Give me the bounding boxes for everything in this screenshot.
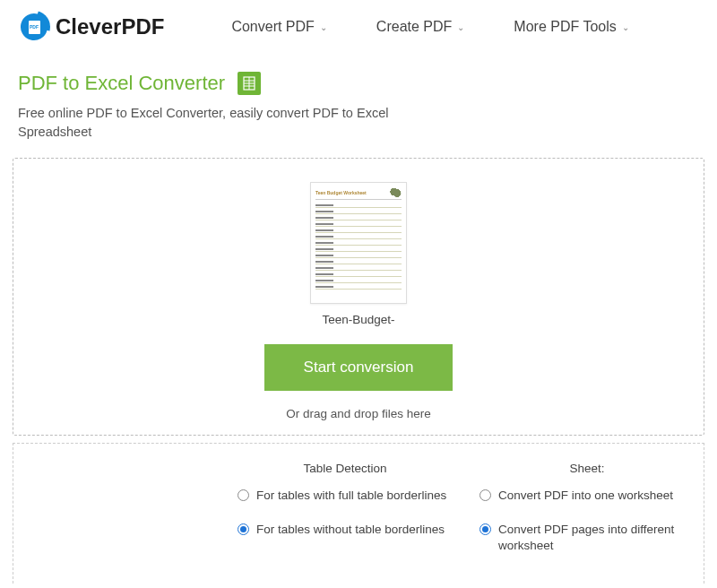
drag-hint: Or drag and drop files here [31, 407, 686, 426]
radio-label: Convert PDF pages into different workshe… [498, 522, 695, 554]
nav-label: Convert PDF [231, 19, 314, 35]
page-title-row: PDF to Excel Converter [0, 59, 717, 100]
nav-label: More PDF Tools [514, 19, 616, 35]
file-name: Teen-Budget- [31, 313, 686, 326]
sheet-group: Sheet: Convert PDF into one worksheet Co… [479, 462, 695, 573]
nav-convert-pdf[interactable]: Convert PDF ⌄ [231, 19, 326, 35]
nav-label: Create PDF [376, 19, 452, 35]
chevron-down-icon: ⌄ [622, 22, 629, 32]
excel-icon [238, 72, 261, 95]
nav: Convert PDF ⌄ Create PDF ⌄ More PDF Tool… [231, 19, 628, 35]
radio-icon [238, 523, 249, 535]
page-title: PDF to Excel Converter [18, 72, 225, 95]
nav-create-pdf[interactable]: Create PDF ⌄ [376, 19, 464, 35]
radio-one-worksheet[interactable]: Convert PDF into one worksheet [479, 488, 695, 504]
page-subtitle: Free online PDF to Excel Converter, easi… [0, 100, 430, 158]
radio-full-borderlines[interactable]: For tables with full table borderlines [238, 488, 453, 504]
chevron-down-icon: ⌄ [457, 22, 464, 32]
radio-label: Convert PDF into one worksheet [498, 488, 673, 504]
chevron-down-icon: ⌄ [320, 22, 327, 32]
brand-name: CleverPDF [56, 14, 164, 39]
header: PDF CleverPDF Convert PDF ⌄ Create PDF ⌄… [0, 0, 717, 59]
option-title: Table Detection [238, 462, 453, 475]
radio-label: For tables without table borderlines [256, 522, 445, 538]
logo[interactable]: PDF CleverPDF [18, 11, 164, 43]
radio-multi-worksheet[interactable]: Convert PDF pages into different workshe… [479, 522, 695, 554]
radio-label: For tables with full table borderlines [256, 488, 446, 504]
file-preview: Teen Budget Worksheet [310, 182, 407, 304]
drop-zone[interactable]: Teen Budget Worksheet Teen-Budget- Start… [13, 158, 704, 436]
radio-without-borderlines[interactable]: For tables without table borderlines [238, 522, 453, 538]
nav-more-tools[interactable]: More PDF Tools ⌄ [514, 19, 628, 35]
start-conversion-button[interactable]: Start conversion [264, 344, 454, 391]
radio-icon [238, 489, 249, 501]
logo-icon: PDF [18, 11, 50, 43]
table-detection-group: Table Detection For tables with full tab… [238, 462, 453, 573]
option-title: Sheet: [479, 462, 695, 475]
options-panel: Table Detection For tables with full tab… [13, 443, 704, 584]
radio-icon [479, 523, 491, 535]
preview-title: Teen Budget Worksheet [315, 190, 367, 195]
radio-icon [479, 489, 491, 501]
